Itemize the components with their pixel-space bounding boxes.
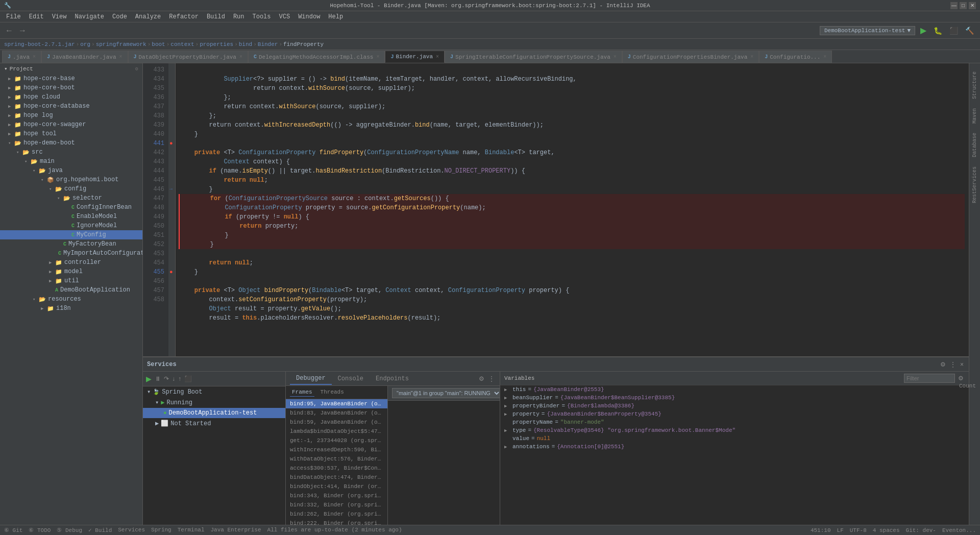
close-button[interactable]: ✕ (969, 2, 976, 9)
stop-button[interactable]: ⬛ (947, 26, 960, 36)
menu-vcs[interactable]: VCS (275, 12, 295, 21)
tab-close-dopb[interactable]: × (239, 54, 242, 60)
services-close-button[interactable]: × (959, 360, 965, 369)
tree-item-model[interactable]: ▶ 📁 model (0, 267, 142, 276)
tree-item-selector[interactable]: ▾ 📂 selector (0, 193, 142, 203)
frames-tab[interactable]: Frames (290, 388, 314, 397)
menu-code[interactable]: Code (108, 12, 131, 21)
menu-view[interactable]: View (48, 12, 71, 21)
breadcrumb-part-7[interactable]: bind (239, 41, 252, 47)
service-demoboot[interactable]: ● DemoBootApplication-test (143, 408, 285, 418)
tab-close-jbb[interactable]: × (119, 54, 122, 60)
menu-tools[interactable]: Tools (249, 12, 275, 21)
var-propertyname[interactable]: propertyName = "banner-mode" (500, 418, 969, 426)
breadcrumb-part-3[interactable]: springframework (96, 41, 146, 47)
tree-item-ignoremodel[interactable]: C IgnoreModel (0, 221, 142, 230)
tree-item-myimportauto[interactable]: C MyImportAutoConfiguration (0, 249, 142, 258)
tree-item-hope-core-cloud[interactable]: ▶ 📁 hope cloud (0, 92, 142, 102)
breadcrumb-part-6[interactable]: properties (200, 41, 233, 47)
services-status[interactable]: Services (118, 527, 145, 533)
tree-item-myconfig[interactable]: C MyConfig (0, 230, 142, 239)
tree-item-org-hopehomi[interactable]: ▾ 📦 org.hopehomi.boot (0, 175, 142, 184)
var-this[interactable]: ▶ this = {JavaBeanBinder@2553} (500, 385, 969, 394)
menu-run[interactable]: Run (229, 12, 249, 21)
project-settings-icon[interactable]: ⚙ (135, 66, 138, 72)
var-value[interactable]: value = null (500, 434, 969, 443)
threads-tab[interactable]: Threads (318, 388, 346, 397)
tree-item-configinnerbean[interactable]: C ConfigInnerBean (0, 203, 142, 212)
git-status[interactable]: ⑥ Git (4, 527, 22, 533)
frame-item-4[interactable]: get:-1, 237344028 (org.springframework.b… (286, 436, 387, 445)
tree-item-hope-demo-boot[interactable]: ▾ 📂 hope-demo-boot (0, 138, 142, 148)
build-button[interactable]: 🔨 (963, 26, 976, 36)
tree-item-resources[interactable]: ▾ 📂 resources (0, 295, 142, 304)
tree-item-config[interactable]: ▾ 📂 config (0, 184, 142, 193)
resume-button[interactable]: ▶ (145, 374, 153, 384)
breadcrumb-part-5[interactable]: context (170, 41, 194, 47)
frame-item-8[interactable]: bindDataObject:474, Binder (org.springfr… (286, 473, 387, 482)
frame-item-7[interactable]: access$300:537, Binder$Context (org.spri… (286, 464, 387, 473)
service-spring-boot[interactable]: ▾ 🍃 Spring Boot (143, 386, 285, 397)
var-propertybinder[interactable]: ▶ propertyBinder = {Binder$lambda@3386} (500, 402, 969, 410)
run-button[interactable]: ▶ (918, 25, 928, 36)
stop-debug-button[interactable]: ⬛ (183, 374, 193, 384)
minimize-button[interactable]: — (950, 2, 958, 9)
frame-item-2[interactable]: bind:59, JavaBeanBinder (org.springframe… (286, 418, 387, 427)
tree-item-hope-core-database[interactable]: ▶ 📁 hope-core-database (0, 102, 142, 111)
tree-item-myfactorybean[interactable]: C MyFactoryBean (0, 239, 142, 249)
debugger-options-button[interactable]: ⋮ (487, 374, 496, 383)
step-into-button[interactable]: ↓ (171, 374, 176, 384)
tab-close-dma[interactable]: × (376, 54, 379, 60)
var-annotations[interactable]: ▶ annotations = {Annotation[0]@2551} (500, 443, 969, 451)
tree-item-demobootapplication[interactable]: A DemoBootApplication (0, 285, 142, 295)
git-branch[interactable]: Git: dev- (906, 527, 936, 533)
tree-item-java[interactable]: ▾ 📂 java (0, 166, 142, 175)
menu-refactor[interactable]: Refactor (165, 12, 203, 21)
frame-item-13[interactable]: bind:222, Binder (org.springframework.bo… (286, 519, 387, 525)
sidebar-database[interactable]: Database (971, 129, 978, 161)
run-config-selector[interactable]: DemoBootApplication-test ▼ (820, 26, 915, 35)
breadcrumb-part-2[interactable]: org (80, 41, 90, 47)
services-settings-button[interactable]: ⚙ (939, 360, 947, 369)
pause-button[interactable]: ⏸ (154, 374, 162, 384)
tab-console[interactable]: Console (332, 373, 370, 384)
event-log[interactable]: Eventon... (942, 527, 976, 533)
tree-item-i18n[interactable]: ▶ 📁 i18n (0, 304, 142, 313)
tab-binder[interactable]: J Binder.java × (385, 51, 445, 63)
project-header[interactable]: ▾ Project ⚙ (0, 63, 142, 74)
sidebar-structure[interactable]: Structure (971, 67, 978, 103)
sidebar-maven[interactable]: Maven (971, 104, 978, 128)
tree-item-main[interactable]: ▾ 📂 main (0, 157, 142, 166)
menu-analyze[interactable]: Analyze (131, 12, 165, 21)
code-content[interactable]: Supplier<?> supplier = () -> bind(itemNa… (176, 63, 969, 356)
vars-settings-button[interactable]: ⚙ (957, 374, 965, 383)
debugger-settings-button[interactable]: ⚙ (478, 374, 485, 383)
tree-item-hope-core-boot[interactable]: ▶ 📁 hope-core-boot (0, 83, 142, 92)
tab-close-conf[interactable]: × (823, 54, 826, 60)
frame-item-10[interactable]: bind:343, Binder (org.springframework.bo… (286, 491, 387, 500)
maximize-button[interactable]: □ (960, 2, 967, 9)
sidebar-restservices[interactable]: RestServices (971, 162, 978, 207)
frame-item-9[interactable]: bindObject:414, Binder (org.springframew… (286, 482, 387, 491)
tab-springiterable[interactable]: J SpringIterableConfigurationPropertySou… (445, 51, 622, 63)
tab-configprops[interactable]: J ConfigurationPropertiesBinder.java × (622, 51, 759, 63)
tab-configuratio[interactable]: J Configuratio... × (759, 51, 832, 63)
tab-close-binder[interactable]: × (436, 54, 439, 60)
terminal-status[interactable]: Terminal (178, 527, 205, 533)
menu-build[interactable]: Build (203, 12, 229, 21)
build-status[interactable]: ✓ Build (88, 527, 112, 533)
frame-item-6[interactable]: withDataObject:576, Binder$Context (org.… (286, 454, 387, 464)
tree-item-hope-core-tool[interactable]: ▶ 📁 hope tool (0, 129, 142, 138)
tab-close-cp[interactable]: × (750, 54, 753, 60)
service-not-started[interactable]: ▶ ⬜ Not Started (143, 418, 285, 429)
var-beansupplier[interactable]: ▶ beanSupplier = {JavaBeanBinder$BeanSup… (500, 394, 969, 402)
menu-help[interactable]: Help (324, 12, 347, 21)
spring-status[interactable]: Spring (151, 527, 172, 533)
tab-debugger[interactable]: Debugger (290, 373, 332, 385)
frame-item-3[interactable]: lambda$bindDataObject$5:476, Binder (org… (286, 427, 387, 436)
step-over-button[interactable]: ↷ (163, 374, 170, 384)
tab-close-java[interactable]: × (33, 54, 36, 60)
step-out-button[interactable]: ↑ (177, 374, 182, 384)
service-running[interactable]: ▾ ▶ Running (143, 397, 285, 408)
tab-endpoints[interactable]: Endpoints (370, 373, 415, 384)
